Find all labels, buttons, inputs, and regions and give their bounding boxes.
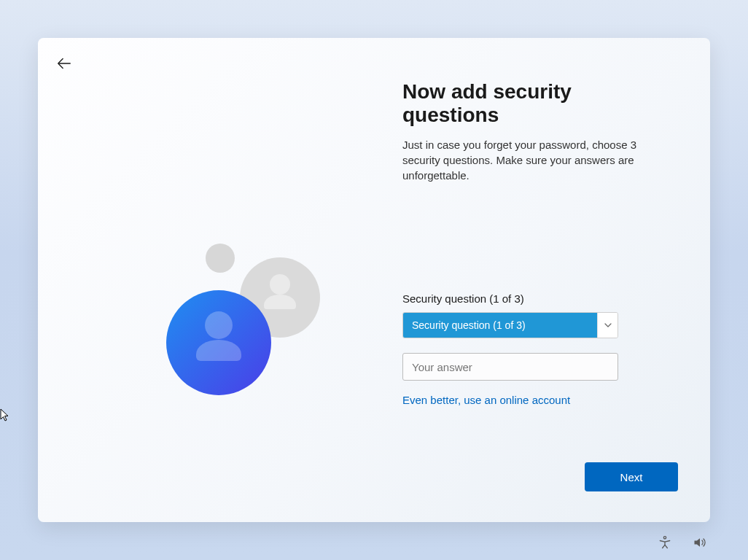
hero-pane bbox=[38, 38, 388, 522]
hero-illustration bbox=[155, 235, 344, 402]
svg-point-1 bbox=[206, 244, 235, 273]
svg-point-3 bbox=[270, 274, 290, 295]
svg-marker-7 bbox=[695, 538, 701, 547]
next-button[interactable]: Next bbox=[585, 462, 678, 491]
svg-point-6 bbox=[663, 537, 666, 539]
chevron-down-icon bbox=[597, 313, 618, 338]
form-pane: Now add security questions Just in case … bbox=[402, 80, 665, 407]
use-online-account-link[interactable]: Even better, use an online account bbox=[402, 394, 570, 406]
dropdown-selected-value: Security question (1 of 3) bbox=[403, 313, 597, 338]
svg-point-5 bbox=[205, 311, 233, 339]
system-tray bbox=[655, 532, 710, 553]
answer-input[interactable] bbox=[402, 353, 618, 381]
security-question-dropdown[interactable]: Security question (1 of 3) bbox=[402, 312, 618, 338]
question-label: Security question (1 of 3) bbox=[402, 292, 665, 305]
page-subtitle: Just in case you forget your password, c… bbox=[402, 137, 658, 183]
cursor-icon bbox=[0, 408, 10, 426]
volume-icon[interactable] bbox=[690, 532, 710, 553]
accessibility-icon[interactable] bbox=[655, 532, 675, 553]
page-title: Now add security questions bbox=[402, 80, 665, 127]
setup-card: Now add security questions Just in case … bbox=[38, 38, 710, 522]
